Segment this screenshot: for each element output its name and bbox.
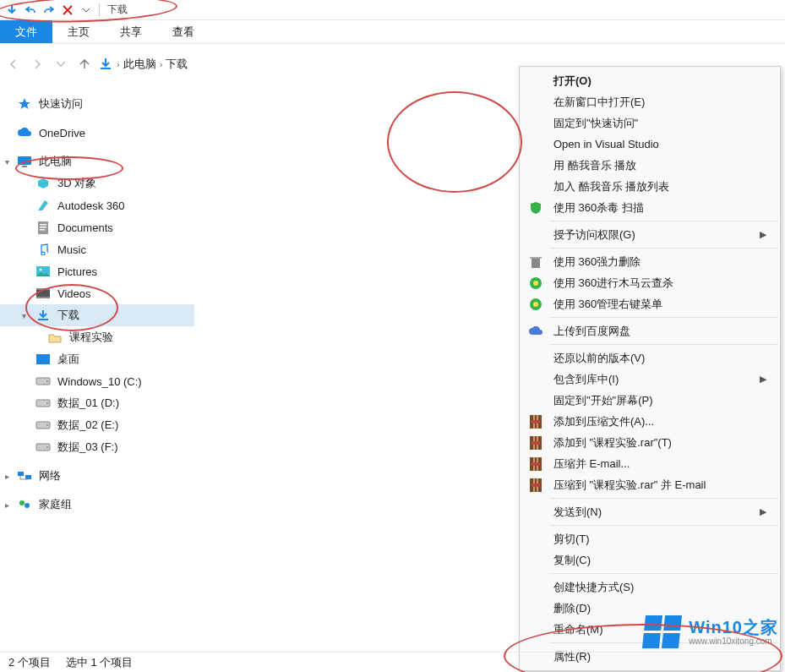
separator bbox=[99, 3, 100, 17]
sidebar-label: 快速访问 bbox=[39, 96, 83, 112]
nav-recent-button[interactable] bbox=[49, 52, 73, 76]
sidebar-item[interactable]: 3D 对象 bbox=[0, 172, 194, 194]
tab-share[interactable]: 共享 bbox=[105, 20, 157, 43]
nav-forward-button[interactable] bbox=[25, 52, 49, 76]
chevron-right-icon[interactable]: ▸ bbox=[5, 472, 14, 481]
menu-separator bbox=[550, 344, 778, 345]
sidebar-item[interactable]: 课程实验 bbox=[0, 326, 194, 348]
menu-item[interactable]: 发送到(N)▶ bbox=[520, 501, 780, 522]
sidebar-network[interactable]: ▸ 网络 bbox=[0, 465, 194, 487]
sidebar-onedrive[interactable]: OneDrive bbox=[0, 122, 194, 144]
menu-item-label: 创建快捷方式(S) bbox=[553, 580, 634, 595]
sidebar-item-label: Pictures bbox=[57, 265, 97, 278]
breadcrumb-thispc[interactable]: 此电脑 bbox=[123, 57, 156, 72]
item-icon bbox=[35, 220, 51, 235]
sidebar-item[interactable]: ▾下载 bbox=[0, 304, 194, 326]
sidebar-item[interactable]: Pictures bbox=[0, 260, 194, 282]
rar-icon bbox=[528, 414, 543, 429]
sidebar-item[interactable]: 数据_03 (F:) bbox=[0, 436, 194, 458]
svg-rect-39 bbox=[532, 441, 540, 445]
sidebar-item-label: Videos bbox=[57, 287, 91, 300]
navigation-pane: 快速访问 OneDrive ▾ 此电脑 3D 对象Autodesk 360Doc… bbox=[0, 79, 194, 657]
menu-item-label: 用 酷我音乐 播放 bbox=[553, 158, 636, 173]
svg-rect-35 bbox=[532, 420, 540, 423]
delete-icon[interactable] bbox=[59, 2, 76, 19]
rar-icon bbox=[528, 435, 543, 451]
sidebar-item-label: Autodesk 360 bbox=[57, 199, 125, 212]
svg-rect-11 bbox=[36, 297, 50, 298]
sidebar-item[interactable]: 桌面 bbox=[0, 348, 194, 370]
sidebar-homegroup[interactable]: ▸ 家庭组 bbox=[0, 494, 194, 516]
chevron-down-icon[interactable]: ▾ bbox=[22, 311, 30, 320]
cloud-icon bbox=[528, 324, 543, 339]
undo-icon[interactable] bbox=[22, 2, 39, 19]
breadcrumb-location[interactable]: 下载 bbox=[166, 57, 188, 72]
menu-item[interactable]: 固定到"开始"屏幕(P) bbox=[520, 390, 780, 411]
menu-item[interactable]: 在新窗口中打开(E) bbox=[520, 91, 780, 112]
titlebar: 下载 bbox=[0, 0, 785, 20]
sidebar-item[interactable]: 数据_02 (E:) bbox=[0, 414, 194, 436]
menu-item[interactable]: 剪切(T) bbox=[520, 528, 780, 549]
trash-icon bbox=[528, 254, 543, 270]
breadcrumb[interactable]: › 此电脑 › 下载 bbox=[98, 57, 188, 72]
nav-back-button[interactable] bbox=[2, 52, 25, 76]
menu-item-label: 授予访问权限(G) bbox=[553, 227, 635, 243]
svg-rect-43 bbox=[532, 462, 540, 466]
menu-item[interactable]: 包含到库中(I)▶ bbox=[520, 369, 780, 390]
menu-item[interactable]: 授予访问权限(G)▶ bbox=[520, 224, 780, 245]
sidebar-thispc[interactable]: ▾ 此电脑 bbox=[0, 150, 194, 172]
menu-item[interactable]: 固定到"快速访问" bbox=[520, 112, 780, 134]
360-icon bbox=[528, 276, 543, 291]
menu-item-label: 复制(C) bbox=[553, 553, 591, 568]
menu-item[interactable]: 添加到 "课程实验.rar"(T) bbox=[520, 432, 780, 453]
menu-item[interactable]: 使用 360强力删除 bbox=[520, 251, 780, 272]
rar-icon bbox=[528, 456, 543, 472]
menu-item-label: 添加到压缩文件(A)... bbox=[553, 414, 654, 429]
download-icon bbox=[98, 57, 113, 72]
menu-item[interactable]: 加入 酷我音乐 播放列表 bbox=[520, 176, 780, 197]
ribbon-tabs: 文件 主页 共享 查看 bbox=[0, 20, 785, 44]
svg-point-31 bbox=[533, 302, 538, 307]
down-arrow-icon[interactable] bbox=[3, 2, 20, 19]
menu-item[interactable]: 使用 360管理右键菜单 bbox=[520, 293, 780, 314]
svg-point-29 bbox=[533, 281, 538, 286]
sidebar-label: 家庭组 bbox=[39, 497, 72, 512]
sidebar-quick-access[interactable]: 快速访问 bbox=[0, 93, 194, 115]
menu-item[interactable]: 复制(C) bbox=[520, 549, 780, 571]
menu-item-label: 发送到(N) bbox=[553, 505, 602, 520]
item-icon bbox=[35, 396, 51, 411]
menu-item-label: 压缩到 "课程实验.rar" 并 E-mail bbox=[553, 478, 706, 493]
nav-up-button[interactable] bbox=[73, 52, 96, 76]
sidebar-item[interactable]: Windows_10 (C:) bbox=[0, 370, 194, 392]
sidebar-item[interactable]: Autodesk 360 bbox=[0, 194, 194, 216]
menu-item[interactable]: 创建快捷方式(S) bbox=[520, 576, 780, 598]
menu-item[interactable]: 使用 360进行木马云查杀 bbox=[520, 272, 780, 293]
menu-item[interactable]: 用 酷我音乐 播放 bbox=[520, 155, 780, 176]
menu-item[interactable]: 添加到压缩文件(A)... bbox=[520, 411, 780, 432]
menu-item-label: 使用 360强力删除 bbox=[553, 254, 641, 270]
homegroup-icon bbox=[17, 497, 32, 512]
item-icon bbox=[35, 176, 51, 191]
menu-item[interactable]: 压缩到 "课程实验.rar" 并 E-mail bbox=[520, 474, 780, 495]
sidebar-label: OneDrive bbox=[39, 127, 85, 139]
chevron-down-icon[interactable]: ▾ bbox=[5, 157, 14, 167]
sidebar-item[interactable]: 数据_01 (D:) bbox=[0, 392, 194, 414]
item-icon bbox=[35, 308, 51, 323]
sidebar-item[interactable]: Videos bbox=[0, 282, 194, 304]
menu-item[interactable]: 压缩并 E-mail... bbox=[520, 453, 780, 474]
dropdown-icon[interactable] bbox=[78, 2, 95, 19]
chevron-right-icon[interactable]: ▸ bbox=[5, 500, 14, 510]
tab-home[interactable]: 主页 bbox=[52, 20, 105, 43]
sidebar-item-label: 下载 bbox=[57, 308, 79, 323]
menu-item[interactable]: 使用 360杀毒 扫描 bbox=[520, 197, 780, 218]
redo-icon[interactable] bbox=[41, 2, 57, 19]
sidebar-item[interactable]: Music bbox=[0, 238, 194, 260]
menu-item[interactable]: 上传到百度网盘 bbox=[520, 320, 780, 341]
menu-item[interactable]: 打开(O) bbox=[520, 70, 780, 91]
tab-view[interactable]: 查看 bbox=[157, 20, 210, 43]
item-icon bbox=[35, 264, 51, 279]
sidebar-item[interactable]: Documents bbox=[0, 216, 194, 238]
menu-item[interactable]: Open in Visual Studio bbox=[520, 134, 780, 155]
menu-item[interactable]: 还原以前的版本(V) bbox=[520, 347, 780, 369]
tab-file[interactable]: 文件 bbox=[0, 20, 52, 43]
